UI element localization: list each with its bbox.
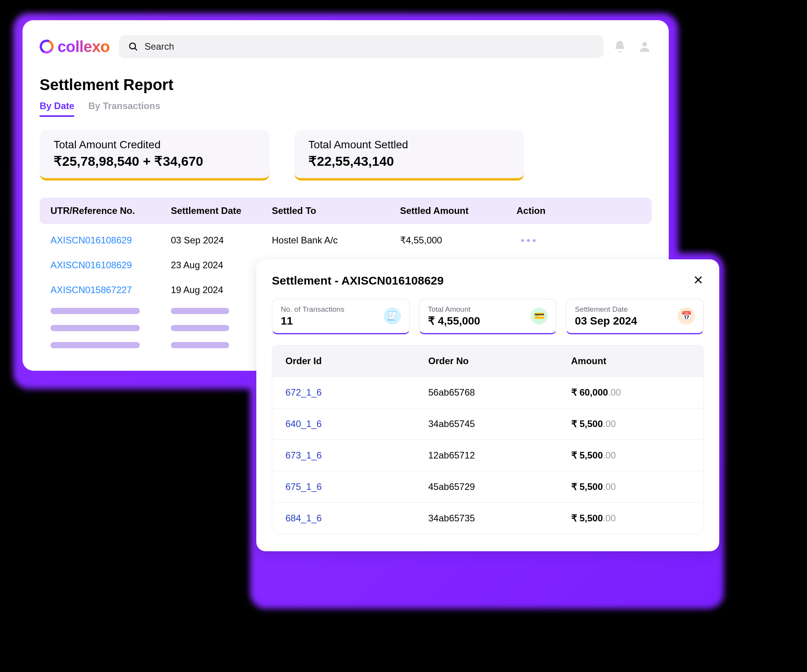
cell-amount: ₹4,55,000 [400, 235, 517, 246]
order-no: 34ab65745 [428, 418, 571, 429]
info-transactions: No. of Transactions 11 🧾 [272, 299, 410, 334]
stat-settled: Total Amount Settled ₹22,55,43,140 [294, 130, 524, 181]
order-no: 12ab65712 [428, 450, 571, 461]
tab-by-transactions[interactable]: By Transactions [88, 101, 160, 117]
close-icon [693, 274, 704, 285]
utr-link[interactable]: AXISCN015867227 [50, 285, 171, 295]
order-id-link[interactable]: 684_1_6 [285, 513, 428, 524]
detail-table: Order Id Order No Amount 672_1_6 56ab657… [272, 345, 704, 534]
brand-logo: collexo [40, 38, 110, 56]
order-amount: ₹ 5,500.00 [571, 481, 690, 492]
col-amount: Amount [571, 356, 690, 366]
tabs: By Date By Transactions [40, 101, 652, 117]
brand-mark-icon [40, 40, 54, 54]
detail-row: 675_1_6 45ab65729 ₹ 5,500.00 [272, 471, 703, 502]
order-id-link[interactable]: 675_1_6 [285, 481, 428, 492]
order-amount: ₹ 5,500.00 [571, 450, 690, 461]
stat-credited-label: Total Amount Credited [54, 139, 256, 151]
search-icon [128, 42, 138, 52]
utr-link[interactable]: AXISCN016108629 [50, 260, 171, 271]
info-date-label: Settlement Date [575, 305, 637, 314]
order-id-link[interactable]: 640_1_6 [285, 418, 428, 429]
detail-row: 640_1_6 34ab65745 ₹ 5,500.00 [272, 408, 703, 439]
col-utr: UTR/Reference No. [50, 205, 171, 216]
detail-row: 684_1_6 34ab65735 ₹ 5,500.00 [272, 502, 703, 534]
close-button[interactable] [693, 274, 704, 287]
avatar-icon[interactable] [638, 40, 652, 54]
svg-point-2 [642, 42, 647, 47]
svg-point-0 [130, 43, 136, 49]
wallet-icon: 💳 [530, 307, 548, 325]
col-order-no: Order No [428, 356, 571, 366]
calendar-icon: 📅 [678, 307, 695, 325]
col-amount: Settled Amount [400, 205, 517, 216]
settlement-detail-modal: Settlement - AXISCN016108629 No. of Tran… [256, 259, 719, 551]
detail-row: 673_1_6 12ab65712 ₹ 5,500.00 [272, 439, 703, 471]
info-date-value: 03 Sep 2024 [575, 314, 637, 328]
modal-title: Settlement - AXISCN016108629 [272, 274, 444, 287]
search-input-wrapper[interactable] [119, 35, 604, 58]
row-action-menu[interactable] [517, 239, 540, 242]
svg-line-1 [135, 48, 137, 50]
info-total-value: ₹ 4,55,000 [428, 314, 480, 328]
modal-ref: AXISCN016108629 [341, 274, 444, 287]
info-transactions-value: 11 [281, 314, 344, 328]
stat-settled-label: Total Amount Settled [308, 139, 510, 151]
info-date: Settlement Date 03 Sep 2024 📅 [566, 299, 704, 334]
bell-icon[interactable] [613, 40, 627, 54]
order-id-link[interactable]: 672_1_6 [285, 387, 428, 398]
tab-by-date[interactable]: By Date [40, 101, 74, 117]
detail-row: 672_1_6 56ab65768 ₹ 60,000.00 [272, 377, 703, 408]
col-action: Action [517, 205, 641, 216]
order-id-link[interactable]: 673_1_6 [285, 450, 428, 461]
order-amount: ₹ 5,500.00 [571, 513, 690, 524]
info-total: Total Amount ₹ 4,55,000 💳 [419, 299, 557, 334]
cell-to: Hostel Bank A/c [272, 235, 400, 246]
col-order-id: Order Id [285, 356, 428, 366]
page-title: Settlement Report [40, 76, 652, 94]
order-amount: ₹ 60,000.00 [571, 387, 690, 398]
info-transactions-label: No. of Transactions [281, 305, 344, 314]
info-total-label: Total Amount [428, 305, 480, 314]
brand-name: collexo [57, 38, 110, 56]
utr-link[interactable]: AXISCN016108629 [50, 235, 171, 246]
cell-date: 03 Sep 2024 [171, 235, 272, 246]
order-no: 34ab65735 [428, 513, 571, 524]
col-date: Settlement Date [171, 205, 272, 216]
table-row: AXISCN016108629 03 Sep 2024 Hostel Bank … [40, 228, 652, 253]
stat-credited-value: ₹25,78,98,540 + ₹34,670 [54, 153, 256, 169]
order-no: 45ab65729 [428, 481, 571, 492]
modal-title-prefix: Settlement - [272, 274, 341, 287]
stat-credited: Total Amount Credited ₹25,78,98,540 + ₹3… [40, 130, 270, 181]
receipt-icon: 🧾 [384, 307, 401, 325]
stat-settled-value: ₹22,55,43,140 [308, 153, 510, 169]
order-amount: ₹ 5,500.00 [571, 418, 690, 429]
order-no: 56ab65768 [428, 387, 571, 398]
col-to: Settled To [272, 205, 400, 216]
search-input[interactable] [144, 41, 594, 52]
